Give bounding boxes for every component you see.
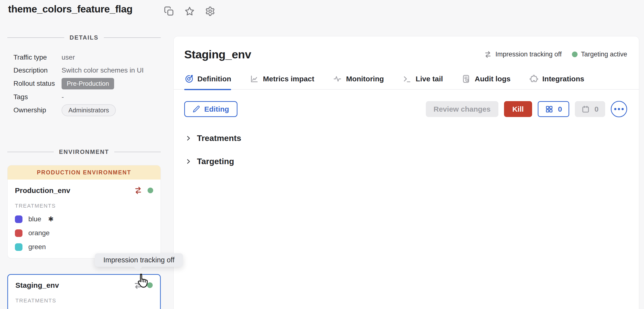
treatment-name: blue — [28, 215, 41, 223]
default-treatment-icon: ✱ — [48, 215, 54, 223]
tooltip-caret — [134, 267, 142, 272]
divider — [114, 152, 161, 152]
detail-row-rollout-status: Rollout status Pre-Production — [7, 77, 161, 90]
detail-row-ownership: Ownership Administrators — [7, 103, 161, 117]
tab-label: Monitoring — [346, 75, 384, 83]
divider — [104, 37, 161, 38]
editing-button-label: Editing — [204, 105, 229, 113]
status-text: Targeting active — [581, 50, 627, 58]
section-title: Treatments — [197, 133, 241, 143]
tab-label: Integrations — [542, 75, 584, 83]
environment-detail-panel: Staging_env Impression tracking off Targ… — [174, 36, 639, 309]
treatment-color-swatch — [15, 243, 22, 251]
tab-label: Live tail — [416, 75, 443, 83]
tooltip: Impression tracking off — [95, 253, 183, 267]
grid-icon — [545, 105, 553, 113]
tab-integrations[interactable]: Integrations — [529, 74, 584, 84]
rollout-status-badge: Pre-Production — [62, 78, 114, 90]
schedule-count: 0 — [594, 105, 598, 113]
impression-tracking-icon[interactable] — [134, 186, 143, 195]
target-icon — [184, 74, 194, 84]
mouse-cursor — [135, 272, 149, 289]
divider — [7, 152, 54, 152]
audit-log-icon — [462, 74, 471, 84]
targeting-section-toggle[interactable]: Targeting — [185, 156, 639, 166]
production-env-card[interactable]: PRODUCTION ENVIRONMENT Production_env TR… — [7, 165, 161, 258]
detail-value: user — [62, 54, 75, 61]
chevron-right-icon — [185, 158, 192, 165]
page-title-actions — [164, 6, 216, 16]
tab-bar: Definition Metrics impact Monitoring Liv… — [174, 74, 639, 90]
detail-label: Rollout status — [7, 80, 62, 88]
ellipsis-icon — [622, 108, 624, 110]
environment-name[interactable]: Production_env — [15, 186, 70, 195]
swap-arrows-icon — [484, 50, 492, 58]
environment-heading-label: ENVIRONMENT — [59, 148, 109, 155]
detail-label: Description — [7, 66, 62, 74]
green-status-dot — [572, 52, 578, 57]
treatments-label: TREATMENTS — [16, 298, 153, 304]
pulse-icon — [333, 74, 342, 84]
pencil-icon — [192, 105, 200, 113]
detail-row-traffic-type: Traffic type user — [7, 51, 161, 64]
rules-count: 0 — [558, 105, 562, 113]
treatment-row: green — [15, 243, 153, 251]
review-changes-button[interactable]: Review changes — [426, 101, 498, 117]
more-actions-button[interactable] — [611, 101, 627, 117]
targeting-status: Targeting active — [572, 50, 627, 58]
treatment-row: blue ✱ — [15, 215, 153, 223]
detail-label: Traffic type — [7, 54, 62, 61]
puzzle-icon — [529, 74, 538, 84]
divider — [7, 37, 64, 38]
copy-icon[interactable] — [164, 6, 174, 16]
details-heading-label: DETAILS — [70, 34, 98, 41]
chevron-right-icon — [185, 135, 192, 142]
ellipsis-icon — [618, 108, 620, 110]
targeting-status-dot — [148, 188, 153, 193]
rules-count-button[interactable]: 0 — [538, 101, 570, 117]
treatment-color-swatch — [15, 229, 22, 237]
detail-value: - — [62, 93, 64, 101]
environment-heading: ENVIRONMENT — [7, 148, 161, 155]
production-environment-banner: PRODUCTION ENVIRONMENT — [8, 165, 160, 180]
editing-button[interactable]: Editing — [184, 101, 238, 117]
treatment-row: orange — [15, 229, 153, 237]
page-title: theme_colors_feature_flag — [8, 4, 132, 15]
schedule-count-button[interactable]: 0 — [575, 101, 605, 117]
star-icon[interactable] — [184, 6, 195, 16]
environment-name[interactable]: Staging_env — [16, 281, 59, 290]
detail-row-description: Description Switch color schemes in UI — [7, 64, 161, 77]
ellipsis-icon — [614, 108, 616, 110]
tooltip-text: Impression tracking off — [103, 256, 174, 264]
detail-label: Tags — [7, 93, 62, 101]
tab-label: Metrics impact — [263, 75, 314, 83]
tab-audit-logs[interactable]: Audit logs — [462, 74, 510, 84]
kill-button[interactable]: Kill — [504, 101, 532, 117]
detail-row-tags: Tags - — [7, 90, 161, 103]
treatments-label: TREATMENTS — [15, 203, 153, 209]
tab-monitoring[interactable]: Monitoring — [333, 74, 384, 84]
tab-label: Audit logs — [475, 75, 510, 83]
line-chart-icon — [250, 74, 259, 84]
impression-tracking-status: Impression tracking off — [484, 50, 562, 58]
tab-live-tail[interactable]: Live tail — [402, 74, 443, 84]
treatment-name: green — [28, 243, 46, 251]
detail-value: Switch color schemes in UI — [62, 66, 144, 74]
treatment-name: orange — [28, 229, 50, 237]
toolbar: Editing Review changes Kill 0 0 — [174, 90, 639, 117]
detail-label: Ownership — [7, 106, 62, 114]
status-text: Impression tracking off — [496, 50, 562, 58]
details-panel: DETAILS Traffic type user Description Sw… — [7, 34, 161, 117]
calendar-icon — [582, 105, 590, 113]
details-heading: DETAILS — [7, 34, 161, 41]
ownership-badge[interactable]: Administrators — [62, 104, 116, 116]
tab-metrics-impact[interactable]: Metrics impact — [250, 74, 314, 84]
tab-label: Definition — [198, 75, 231, 83]
treatments-section-toggle[interactable]: Treatments — [185, 133, 639, 143]
section-title: Targeting — [197, 156, 234, 166]
tab-definition[interactable]: Definition — [184, 74, 231, 84]
environment-title: Staging_env — [184, 48, 251, 61]
terminal-icon — [402, 74, 412, 84]
treatment-color-swatch — [15, 216, 22, 223]
gear-icon[interactable] — [205, 6, 216, 16]
